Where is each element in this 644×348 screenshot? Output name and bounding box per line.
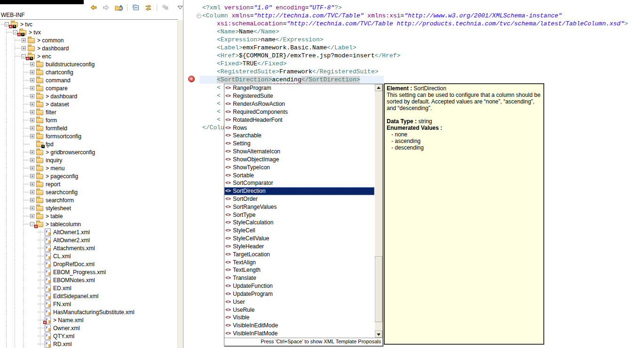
proposal-item-sortdirection[interactable]: <>SortDirection	[224, 187, 374, 195]
back-button[interactable]	[87, 2, 99, 13]
code-line[interactable]: <Expression>name</Expression>	[202, 36, 628, 44]
expand-expander-icon[interactable]: +	[30, 126, 34, 130]
scroll-down-button[interactable]	[375, 331, 382, 338]
expand-expander-icon[interactable]: +	[30, 166, 34, 170]
expand-expander-icon[interactable]: +	[22, 38, 26, 42]
tree-item-ed-xml[interactable]: yED.xml	[0, 284, 177, 292]
proposal-item-sortorder[interactable]: <>SortOrder	[224, 195, 374, 203]
expand-expander-icon[interactable]: +	[30, 86, 34, 90]
proposal-item-textalign[interactable]: <>TextAlign	[224, 258, 374, 266]
proposal-item-stylecellvalue[interactable]: <>StyleCellValue	[224, 235, 374, 243]
code-line[interactable]: <RegisteredSuite>Framework</RegisteredSu…	[202, 68, 628, 76]
code-line[interactable]: <Fixed>TRUE</Fixed>	[202, 60, 628, 68]
proposal-item-renderasrowaction[interactable]: <>RenderAsRowAction	[224, 100, 374, 108]
tree-item-editsidepanel-xml[interactable]: yEditSidepanel.xml	[0, 292, 177, 300]
proposal-item-updateprogram[interactable]: <>UpdateProgram	[224, 290, 374, 298]
tree-item-inquiry[interactable]: +inquiry	[0, 156, 177, 164]
tree-item-ebomnotes-xml[interactable]: yEBOMNotes.xml	[0, 276, 177, 284]
tree-item-buildstructureconfig[interactable]: +buildstructureconfig	[0, 60, 177, 68]
expand-expander-icon[interactable]: +	[30, 158, 34, 162]
tree-item-tablecolumn[interactable]: -x> tablecolumn	[0, 220, 177, 228]
expand-expander-icon[interactable]: +	[22, 46, 26, 50]
forward-button[interactable]	[100, 2, 112, 13]
tree-item-chartconfig[interactable]: +chartconfig	[0, 68, 177, 76]
tree-item-altowner1-xml[interactable]: yAltOwner1.xml	[0, 228, 177, 236]
tree-item-owner-xml[interactable]: yOwner.xml	[0, 324, 177, 332]
proposal-item-sortable[interactable]: <>Sortable	[224, 171, 374, 179]
proposal-item-sortrangevalues[interactable]: <>SortRangeValues	[224, 203, 374, 211]
expand-expander-icon[interactable]: +	[30, 134, 34, 138]
proposal-item-translate[interactable]: <>Translate	[224, 274, 374, 282]
link-with-editor-button[interactable]	[143, 2, 154, 13]
expand-expander-icon[interactable]: +	[30, 206, 34, 210]
expand-expander-icon[interactable]: +	[30, 182, 34, 186]
tree-item-dashboard[interactable]: +> dashboard	[0, 44, 177, 52]
expand-expander-icon[interactable]: +	[30, 190, 34, 194]
tree-item-command[interactable]: +command	[0, 76, 177, 84]
expand-expander-icon[interactable]: +	[30, 174, 34, 178]
expand-expander-icon[interactable]: +	[30, 118, 34, 122]
collapse-all-button[interactable]	[130, 2, 142, 13]
tree-item-searchconfig[interactable]: +searchconfig	[0, 188, 177, 196]
proposal-item-visibleineditmode[interactable]: <>VisibleInEditMode	[224, 322, 374, 330]
proposal-item-showalternateicon[interactable]: <>ShowAlternateIcon	[224, 148, 374, 156]
code-line[interactable]: <Name>Name</Name>	[202, 28, 628, 36]
tree-item-hasmanufacturingsubstitute-xml[interactable]: yHasManufacturingSubstitute.xml	[0, 308, 177, 316]
tree-item-filter[interactable]: +filter	[0, 108, 177, 116]
proposal-item-requiredcomponents[interactable]: <>RequiredComponents	[224, 108, 374, 116]
scroll-up-button[interactable]	[375, 84, 382, 91]
proposal-item-user[interactable]: <>User	[224, 298, 374, 306]
tree-item-fpd[interactable]: *fpd	[0, 140, 177, 148]
collapse-expander-icon[interactable]: -	[5, 22, 9, 26]
collapse-expander-icon[interactable]: -	[30, 222, 34, 226]
proposal-item-sorttype[interactable]: <>SortType	[224, 211, 374, 219]
proposal-item-styleheader[interactable]: <>StyleHeader	[224, 243, 374, 251]
tree-item-menu[interactable]: +> menu	[0, 164, 177, 172]
tree-item-common[interactable]: +> common	[0, 36, 177, 44]
tree-item-qty-xml[interactable]: yQTY.xml	[0, 332, 177, 340]
fold-collapse-icon[interactable]: −	[197, 14, 201, 18]
tree-item-dashboard[interactable]: +> dashboard	[0, 92, 177, 100]
tree-item-cl-xml[interactable]: yCL.xml	[0, 252, 177, 260]
synchronize-button-disabled[interactable]	[159, 2, 171, 13]
code-line[interactable]: <Href>${COMMON_DIR}/emxTree.jsp?mode=ins…	[202, 52, 628, 60]
expand-expander-icon[interactable]: +	[30, 198, 34, 202]
up-button[interactable]	[113, 2, 125, 13]
proposal-item-visibleinflatmode[interactable]: <>VisibleInFlatMode	[224, 330, 374, 338]
proposal-item-setting[interactable]: <>Setting	[224, 140, 374, 148]
expand-expander-icon[interactable]: +	[30, 78, 34, 82]
tree-item-gridbrowserconfig[interactable]: +> gridbrowserconfig	[0, 148, 177, 156]
proposal-item-stylecalculation[interactable]: <>StyleCalculation	[224, 219, 374, 227]
code-line[interactable]: xsi:schemaLocation="http://technia.com/T…	[202, 20, 628, 28]
tree-item-name-xml[interactable]: yx> Name.xml	[0, 316, 177, 324]
tree-item-table[interactable]: +> table	[0, 212, 177, 220]
tree-item-searchform[interactable]: +searchform	[0, 196, 177, 204]
proposal-item-rotatedheaderfont[interactable]: <>RotatedHeaderFont	[224, 116, 374, 124]
expand-expander-icon[interactable]: +	[30, 94, 34, 98]
panel-divider[interactable]	[183, 0, 183, 348]
tree-item-ebom-progress-xml[interactable]: yEBOM_Progress.xml	[0, 268, 177, 276]
tree-item-report[interactable]: +report	[0, 180, 177, 188]
tree-item-dataset[interactable]: +> dataset	[0, 100, 177, 108]
tree-item-rd-xml[interactable]: yRD.xml	[0, 340, 177, 348]
proposal-item-visible[interactable]: <>Visible	[224, 314, 374, 322]
proposal-item-textlength[interactable]: <>TextLength	[224, 266, 374, 274]
proposal-item-rangeprogram[interactable]: <>RangeProgram	[224, 84, 374, 92]
tree-item-enc[interactable]: -x*> enc	[0, 52, 177, 60]
tree-item-tvc[interactable]: -x*> tvc	[0, 20, 177, 28]
proposal-item-userule[interactable]: <>UseRule	[224, 306, 374, 314]
proposal-item-searchable[interactable]: <>Searchable	[224, 132, 374, 140]
tree-item-compare[interactable]: +compare	[0, 84, 177, 92]
tree-item-altowner2-xml[interactable]: yAltOwner2.xml	[0, 236, 177, 244]
expand-expander-icon[interactable]: +	[30, 102, 34, 106]
proposal-item-rows[interactable]: <>Rows	[224, 124, 374, 132]
tree-item-attachments-xml[interactable]: yAttachments.xml	[0, 244, 177, 252]
expand-expander-icon[interactable]: +	[30, 110, 34, 114]
tree-item-tvx[interactable]: -x*> tvx	[0, 28, 177, 36]
tree-item-fn-xml[interactable]: yFN.xml	[0, 300, 177, 308]
tree-item-formfield[interactable]: +formfield	[0, 124, 177, 132]
code-line[interactable]: <Column xmlns="http://technia.com/TVC/Ta…	[202, 12, 628, 20]
proposal-item-stylecell[interactable]: <>StyleCell	[224, 227, 374, 235]
proposal-item-showobjectimage[interactable]: <>ShowObjectImage	[224, 155, 374, 163]
expand-expander-icon[interactable]: +	[30, 62, 34, 66]
